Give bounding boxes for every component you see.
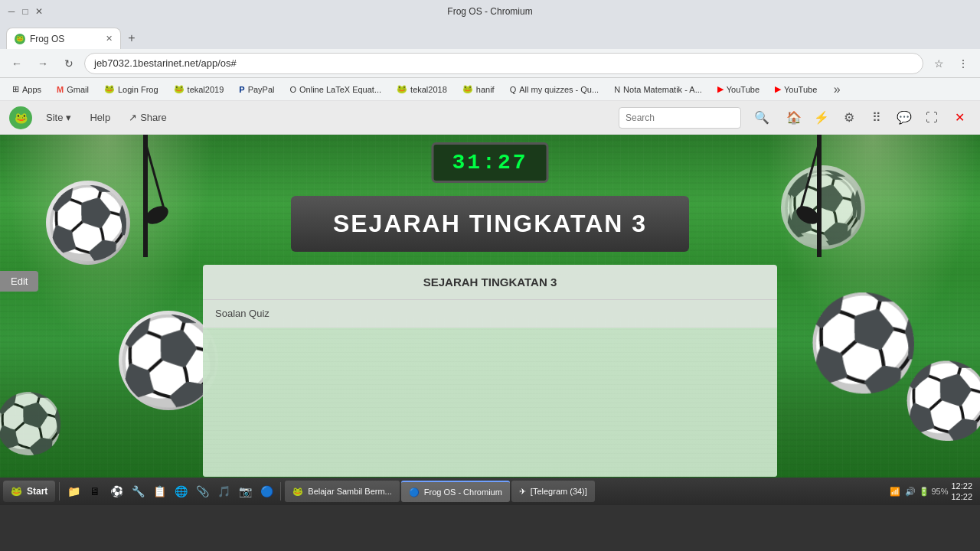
search-input[interactable] (619, 107, 741, 129)
timer-display: 31:27 (452, 151, 528, 174)
bookmark-paypal[interactable]: P PayPal (233, 81, 280, 98)
spotlight-pole-left-svg (115, 135, 176, 288)
refresh-button[interactable]: ↻ (58, 53, 80, 74)
battery-indicator: 🔋 95% (919, 487, 948, 497)
address-bar: ← → ↻ jeb7032.1bestarinet.net/app/os# ☆ … (0, 49, 980, 78)
new-tab-button[interactable]: + (121, 28, 142, 49)
share-menu[interactable]: ↗ Share (124, 109, 172, 126)
volume-icon[interactable]: 🔊 (903, 484, 917, 498)
active-tab[interactable]: 🐸 Frog OS ✕ (6, 28, 121, 49)
taskbar-window-frogos[interactable]: 🔵 Frog OS - Chromium (401, 481, 510, 502)
youtube2-label: YouTube (784, 85, 817, 94)
taskbar-date-display: 12:22 (951, 491, 972, 502)
taskbar-clock[interactable]: 12:22 12:22 (951, 481, 972, 503)
bookmark-latex[interactable]: O Online LaTeX Equat... (284, 81, 388, 98)
lightning-icon-button[interactable]: ⚡ (810, 106, 833, 129)
taskbar-app4-icon[interactable]: 🔧 (128, 481, 148, 501)
extensions-button[interactable]: ⋮ (952, 53, 974, 74)
quiz-panel-subheader: Soalan Quiz (203, 300, 777, 328)
url-text: jeb7032.1bestarinet.net/app/os# (94, 57, 237, 69)
network-icon[interactable]: 📶 (888, 484, 902, 498)
bookmark-loginfrog[interactable]: 🐸 Login Frog (98, 81, 165, 98)
minimize-button[interactable]: ─ (6, 6, 17, 17)
spotlight-pole-right-svg (789, 135, 850, 288)
paypal-icon: P (239, 85, 244, 94)
quiz-title-banner: SEJARAH TINGKATAN 3 (291, 196, 689, 252)
quizzes-icon: Q (510, 85, 517, 94)
soccer-ball-5: ⚽ (903, 357, 980, 445)
site-menu[interactable]: Site ▾ (41, 109, 76, 126)
quiz-panel: SEJARAH TINGKATAN 3 Soalan Quiz (203, 265, 777, 477)
chat-icon-button[interactable]: 💬 (893, 106, 916, 129)
youtube2-icon: ▶ (775, 84, 781, 94)
tab-close-button[interactable]: ✕ (106, 34, 113, 44)
site-label: Site (46, 112, 63, 123)
taskbar-time-display: 12:22 (951, 481, 972, 491)
hanif-label: hanif (476, 85, 495, 94)
bookmark-youtube1[interactable]: ▶ YouTube (711, 81, 766, 98)
system-tray: 📶 🔊 🔋 95% (888, 484, 948, 498)
belajar-window-icon: 🐸 (292, 487, 303, 497)
start-icon: 🐸 (11, 486, 22, 497)
taskbar-terminal-icon[interactable]: 🖥 (85, 481, 105, 501)
taskbar-files-icon[interactable]: 📁 (64, 481, 83, 501)
bookmark-tekal2018[interactable]: 🐸 tekal2018 (390, 81, 453, 98)
settings-icon-button[interactable]: ⚙ (838, 106, 861, 129)
taskbar-soccer-icon[interactable]: ⚽ (106, 481, 126, 501)
telegram-window-label: [Telegram (34)] (531, 487, 587, 496)
grid-icon-button[interactable]: ⠿ (865, 106, 888, 129)
timer-container: 31:27 (431, 142, 548, 183)
maximize-button[interactable]: □ (20, 6, 31, 17)
taskbar-app8-icon[interactable]: 🎵 (214, 481, 234, 501)
taskbar-chromium-icon[interactable]: 🔵 (256, 481, 276, 501)
bookmark-youtube2[interactable]: ▶ YouTube (769, 81, 823, 98)
bookmark-tekal2019[interactable]: 🐸 tekal2019 (168, 81, 230, 98)
bookmark-star-button[interactable]: ☆ (928, 53, 949, 74)
nota-icon: N (614, 85, 620, 94)
bookmark-gmail[interactable]: M Gmail (51, 81, 95, 98)
quiz-panel-header: SEJARAH TINGKATAN 3 (203, 265, 777, 300)
help-menu[interactable]: Help (85, 109, 115, 126)
youtube1-icon: ▶ (717, 84, 724, 94)
fullscreen-icon-button[interactable]: ⛶ (920, 106, 943, 129)
close-app-button[interactable]: ✕ (948, 106, 971, 129)
taskbar-window-telegram[interactable]: ✈ [Telegram (34)] (511, 481, 595, 502)
bookmark-apps[interactable]: ⊞ Apps (6, 81, 47, 98)
svg-line-1 (145, 142, 165, 211)
bookmark-hanif[interactable]: 🐸 hanif (456, 81, 501, 98)
taskbar-app9-icon[interactable]: 📷 (235, 481, 255, 501)
bookmark-quizzes[interactable]: Q All my quizzes - Qu... (504, 81, 605, 98)
bookmarks-more-button[interactable]: » (826, 79, 848, 100)
tekal2019-label: tekal2019 (188, 85, 224, 94)
edit-button[interactable]: Edit (0, 271, 38, 292)
url-input[interactable]: jeb7032.1bestarinet.net/app/os# (84, 53, 923, 74)
forward-button[interactable]: → (32, 53, 54, 74)
tekal2018-label: tekal2018 (410, 85, 447, 94)
apps-label: Apps (22, 85, 41, 94)
close-button[interactable]: ✕ (34, 6, 44, 17)
taskbar-app7-icon[interactable]: 📎 (192, 481, 212, 501)
address-icons: ☆ ⋮ (928, 53, 974, 74)
taskbar: 🐸 Start 📁 🖥 ⚽ 🔧 📋 🌐 📎 🎵 📷 🔵 🐸 Belajar Sa… (0, 478, 980, 505)
search-button[interactable]: 🔍 (750, 106, 773, 129)
taskbar-windows: 🐸 Belajar Sambil Berm... 🔵 Frog OS - Chr… (285, 481, 595, 502)
taskbar-right: 📶 🔊 🔋 95% 12:22 12:22 (884, 481, 977, 503)
nota-label: Nota Matematik - A... (623, 85, 702, 94)
window-title: Frog OS - Chromium (67, 6, 913, 17)
home-icon-button[interactable]: 🏠 (782, 106, 805, 129)
start-button[interactable]: 🐸 Start (3, 481, 55, 502)
hanif-icon: 🐸 (462, 84, 473, 94)
taskbar-app5-icon[interactable]: 📋 (149, 481, 169, 501)
back-button[interactable]: ← (6, 53, 28, 74)
taskbar-window-belajar[interactable]: 🐸 Belajar Sambil Berm... (285, 481, 399, 502)
taskbar-app6-icon[interactable]: 🌐 (171, 481, 191, 501)
loginfrog-label: Login Frog (118, 85, 158, 94)
belajar-window-label: Belajar Sambil Berm... (308, 487, 391, 496)
tekal2019-icon: 🐸 (174, 84, 185, 94)
battery-percent: 95% (931, 487, 948, 496)
soccer-ball-6: ⚽ (0, 387, 65, 460)
bookmark-nota[interactable]: N Nota Matematik - A... (608, 81, 708, 98)
latex-label: Online LaTeX Equat... (299, 85, 381, 94)
start-label: Start (27, 486, 47, 497)
tab-label: Frog OS (30, 34, 64, 44)
